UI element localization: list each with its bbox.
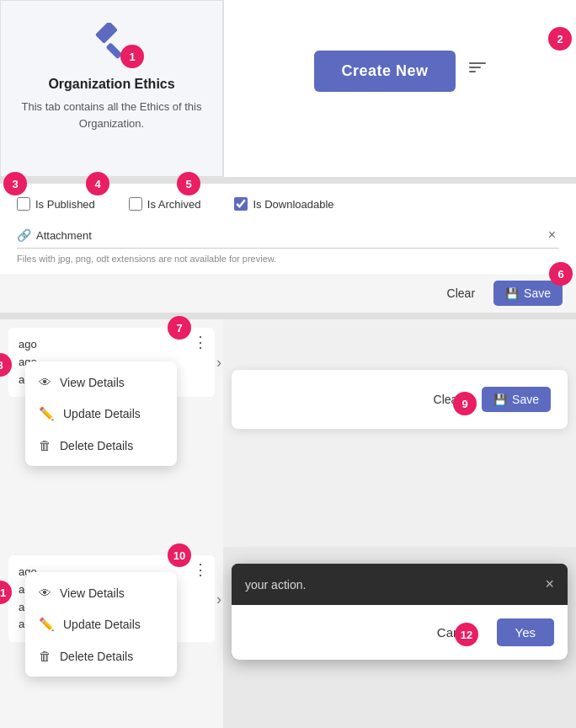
ethics-card-desc: This tab contains all the Ethics of this… bbox=[14, 99, 209, 131]
divider-2 bbox=[0, 313, 576, 319]
badge-12: 12 bbox=[455, 623, 478, 646]
confirm-dialog-container: 12 your action. × Cancel Yes bbox=[223, 547, 576, 728]
svg-rect-1 bbox=[105, 42, 122, 59]
confirm-dialog-body: Cancel Yes bbox=[232, 605, 568, 660]
attachment-label: Attachment bbox=[36, 229, 545, 242]
attachment-hint: Files with jpg, png, odt extensions are … bbox=[17, 254, 559, 270]
badge-2: 2 bbox=[548, 27, 572, 51]
save-button-top[interactable]: 💾 Save bbox=[493, 281, 563, 306]
attachment-close-button[interactable]: × bbox=[545, 228, 559, 243]
context-menu-1: 👁 View Details ✏️ Update Details 🗑 Delet… bbox=[25, 361, 177, 466]
save-button-dialog[interactable]: 💾 Save bbox=[482, 387, 551, 412]
chevron-right-icon-1: › bbox=[216, 354, 221, 372]
is-published-checkbox[interactable] bbox=[17, 197, 30, 211]
update-details-button-2[interactable]: ✏️ Update Details bbox=[25, 608, 177, 640]
clear-save-dialog: Clear 💾 Save bbox=[232, 370, 568, 429]
create-section: 2 Create New bbox=[223, 0, 576, 177]
view-details-button-1[interactable]: 👁 View Details bbox=[25, 367, 177, 398]
attachment-row: 🔗 Attachment × bbox=[17, 228, 559, 249]
is-published-label: Is Published bbox=[35, 198, 95, 211]
trash-icon-2: 🗑 bbox=[39, 649, 51, 663]
ethics-card: 1 Organization Ethics This tab contains … bbox=[0, 0, 223, 177]
is-archived-label: Is Archived bbox=[147, 198, 201, 211]
is-archived-checkbox-item[interactable]: Is Archived bbox=[129, 197, 201, 211]
badge-10: 10 bbox=[168, 543, 191, 567]
delete-details-button-1[interactable]: 🗑 Delete Details bbox=[25, 430, 177, 461]
more-button-2[interactable]: ⋮ bbox=[193, 562, 208, 577]
attachment-section: 🔗 Attachment × Files with jpg, png, odt … bbox=[0, 221, 576, 274]
badge-3: 3 bbox=[3, 172, 27, 195]
filter-icon[interactable] bbox=[469, 51, 486, 72]
confirm-close-button[interactable]: × bbox=[545, 575, 554, 593]
badge-4: 4 bbox=[86, 172, 109, 195]
badge-7: 7 bbox=[168, 316, 191, 340]
actions-section-top: 6 Clear 💾 Save bbox=[0, 274, 576, 313]
badge-1: 1 bbox=[120, 45, 144, 68]
clear-button-top[interactable]: Clear bbox=[437, 281, 485, 305]
list-item-1-container: 7 ⋮ agoagoago › 8 👁 View Details ✏️ Upda… bbox=[0, 328, 223, 397]
save-icon-2: 💾 bbox=[493, 393, 507, 406]
trash-icon-1: 🗑 bbox=[39, 438, 51, 452]
badge-6: 6 bbox=[549, 262, 573, 286]
confirm-dialog-header: your action. × bbox=[232, 564, 568, 605]
top-section: 1 Organization Ethics This tab contains … bbox=[0, 0, 576, 177]
update-details-button-1[interactable]: ✏️ Update Details bbox=[25, 398, 177, 430]
pencil-icon-1: ✏️ bbox=[39, 406, 55, 421]
save-icon: 💾 bbox=[505, 287, 519, 300]
is-published-checkbox-item[interactable]: Is Published bbox=[17, 197, 95, 211]
list-item-2-container: 10 ⋮ agoagoagag › 11 👁 View Details ✏️ U… bbox=[0, 547, 223, 728]
yes-button[interactable]: Yes bbox=[497, 618, 554, 646]
is-downloadable-label: Is Downloadable bbox=[253, 198, 333, 211]
is-downloadable-checkbox-item[interactable]: Is Downloadable bbox=[234, 197, 333, 211]
badge-9: 9 bbox=[453, 392, 477, 415]
is-downloadable-checkbox[interactable] bbox=[234, 197, 248, 211]
context-menu-2: 👁 View Details ✏️ Update Details 🗑 Delet… bbox=[25, 572, 177, 677]
svg-rect-0 bbox=[94, 23, 117, 44]
bottom-row-2: 10 ⋮ agoagoagag › 11 👁 View Details ✏️ U… bbox=[0, 547, 576, 728]
eye-icon-2: 👁 bbox=[39, 586, 51, 600]
chevron-right-icon-2: › bbox=[216, 590, 221, 608]
view-details-button-2[interactable]: 👁 View Details bbox=[25, 577, 177, 608]
more-button-1[interactable]: ⋮ bbox=[193, 335, 208, 350]
eye-icon-1: 👁 bbox=[39, 375, 51, 389]
checkbox-section: 3 Is Published 4 Is Archived 5 Is Downlo… bbox=[0, 184, 576, 221]
confirm-dialog-text: your action. bbox=[245, 578, 306, 592]
ethics-card-title: Organization Ethics bbox=[48, 77, 174, 92]
create-new-button[interactable]: Create New bbox=[314, 51, 455, 92]
confirm-dialog: your action. × Cancel Yes bbox=[232, 564, 568, 660]
dialog-actions: Clear 💾 Save bbox=[248, 387, 551, 412]
is-archived-checkbox[interactable] bbox=[129, 197, 142, 211]
badge-5: 5 bbox=[177, 172, 200, 195]
link-icon: 🔗 bbox=[17, 228, 31, 242]
delete-details-button-2[interactable]: 🗑 Delete Details bbox=[25, 640, 177, 672]
pencil-icon-2: ✏️ bbox=[39, 617, 55, 632]
